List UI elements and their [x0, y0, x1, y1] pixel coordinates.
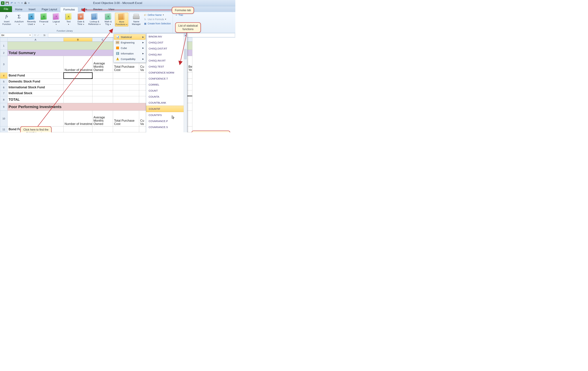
tab-insert[interactable]: Insert [25, 7, 39, 12]
cell-f5[interactable] [187, 79, 192, 85]
fn-chisq-inv[interactable]: CHISQ.INV [146, 52, 187, 58]
row-header-9[interactable]: 9 [0, 103, 8, 111]
cell-e7[interactable] [139, 90, 146, 96]
fn-chisq-inv-rt[interactable]: CHISQ.INV.RT [146, 58, 187, 64]
tab-file[interactable]: File [0, 6, 12, 12]
more-functions-button[interactable]: More Functions ▼ [115, 13, 128, 26]
cell-f7[interactable] [187, 90, 192, 96]
cell-b4-active[interactable] [63, 73, 92, 79]
cell-c3[interactable]: Average Months Owned [92, 56, 113, 73]
cell-b7[interactable] [63, 90, 92, 96]
date-time-button[interactable]: 🕒 Date & Time ▼ [75, 13, 87, 26]
cell-d4[interactable] [113, 73, 139, 79]
select-all-corner[interactable] [0, 37, 8, 42]
fn-correl[interactable]: CORREL [146, 82, 187, 88]
row-header-6[interactable]: 6 [0, 85, 8, 90]
fn-counta[interactable]: COUNTA [146, 94, 187, 100]
recently-used-button[interactable]: ★ Recently Used ▼ [26, 13, 37, 26]
col-header-F[interactable] [187, 37, 192, 42]
tab-data[interactable]: Data [78, 7, 90, 12]
cell-a6[interactable]: International Stock Fund [8, 85, 63, 90]
fn-chisq-test[interactable]: CHISQ.TEST [146, 64, 187, 70]
name-box[interactable]: B4 ▼ [0, 33, 32, 37]
fn-count[interactable]: COUNT [146, 88, 187, 94]
cell-f10[interactable] [187, 111, 192, 127]
fn-confidence-norm[interactable]: CONFIDENCE.NORM [146, 70, 187, 76]
fn-countblank[interactable]: COUNTBLANK [146, 100, 187, 106]
submenu-information[interactable]: ℹ️ Information ▶ [114, 51, 146, 56]
math-trig-button[interactable]: θ Math & Trig ▼ [103, 13, 114, 26]
cell-c5[interactable] [92, 79, 113, 85]
cell-e11[interactable] [139, 127, 146, 132]
tab-review[interactable]: Review [90, 7, 105, 12]
row-header-10[interactable]: 10 [0, 111, 8, 127]
cell-c10[interactable]: Average Months Owned [92, 111, 113, 127]
row-header-7[interactable]: 7 [0, 90, 8, 96]
cell-a4[interactable]: Bond Fund [8, 73, 63, 79]
text-button[interactable]: A Text▼ [63, 13, 74, 26]
define-name-button[interactable]: 🏷Define Name ▼ [143, 13, 171, 17]
cell-e6[interactable] [139, 85, 146, 90]
lookup-reference-button[interactable]: 🔍 Lookup & Reference ▼ [88, 13, 102, 26]
cell-f9[interactable] [187, 103, 192, 111]
submenu-cube[interactable]: 🟧 Cube ▶ [114, 45, 146, 51]
fn-covariance-p[interactable]: COVARIANCE.P [146, 118, 187, 124]
cell-e8[interactable] [139, 96, 146, 103]
fn-countif[interactable]: COUNTIF [146, 106, 187, 112]
row-header-11[interactable]: 11 [0, 127, 8, 132]
qat-dropdown-icon[interactable]: ▾ [28, 1, 30, 5]
section-poor-performing[interactable]: Poor Performing Investments [8, 103, 146, 111]
col-header-B[interactable]: B [63, 37, 92, 42]
autosum-button[interactable]: Σ AutoSum▼ [13, 13, 25, 26]
function-list-scrollbar[interactable]: ▲ ▼ [184, 33, 187, 132]
insert-function-button[interactable]: fx Insert Function [1, 13, 12, 26]
fn-chisq-dist-rt[interactable]: CHISQ.DIST.RT [146, 45, 187, 52]
fn-countifs[interactable]: COUNTIFS [146, 112, 187, 118]
submenu-statistical[interactable]: 📊 Statistical ▶ [114, 34, 146, 40]
fn-covariance-s[interactable]: COVARIANCE.S [146, 124, 187, 130]
fx-icon[interactable]: fx [41, 34, 48, 37]
row-header-3[interactable]: 3 [0, 56, 8, 73]
cell-f4[interactable] [187, 73, 192, 79]
fill-handle[interactable] [92, 78, 92, 79]
cell-c7[interactable] [92, 90, 113, 96]
cell-f8[interactable] [187, 96, 192, 103]
cell-f11[interactable] [187, 127, 192, 132]
row-header-5[interactable]: 5 [0, 79, 8, 85]
tab-page-layout[interactable]: Page Layout [39, 7, 60, 12]
tab-view[interactable]: View [105, 7, 117, 12]
financial-button[interactable]: $ Financial▼ [38, 13, 50, 26]
cell-b3[interactable]: Number of Investments [63, 56, 92, 73]
logical-button[interactable]: ? Logical▼ [51, 13, 62, 26]
cell-d10[interactable]: Total Purchase Cost [113, 111, 139, 127]
cell-b11[interactable] [63, 127, 92, 132]
cell-f6[interactable] [187, 85, 192, 90]
cell-d7[interactable] [113, 90, 139, 96]
cell-b8[interactable] [63, 96, 92, 103]
cell-e5[interactable] [139, 79, 146, 85]
quick-print-icon[interactable]: 🖶 [24, 1, 27, 5]
undo-icon[interactable]: ↶ [10, 1, 13, 5]
create-from-selection-button[interactable]: ▦Create from Selection [143, 22, 171, 25]
tab-formulas[interactable]: Formulas [60, 7, 78, 12]
cell-b10[interactable]: Number of Investments [63, 111, 92, 127]
row-header-8[interactable]: 8 [0, 96, 8, 103]
cell-c8[interactable] [92, 96, 113, 103]
row-header-4[interactable]: 4 [0, 73, 8, 79]
row-header-1[interactable]: 1 [0, 42, 8, 50]
cell-f3[interactable]: BeYe [187, 56, 192, 73]
save-icon[interactable]: 💾 [6, 1, 9, 5]
cell-c11[interactable] [92, 127, 113, 132]
cell-d8[interactable] [113, 96, 139, 103]
redo-icon[interactable]: ↷ [17, 1, 20, 5]
cell-b6[interactable] [63, 85, 92, 90]
cell-c4[interactable] [92, 73, 113, 79]
cell-a3[interactable] [8, 56, 63, 73]
tab-home[interactable]: Home [12, 7, 26, 12]
use-in-formula-button[interactable]: fxUse in Formula ▼ [143, 17, 171, 21]
cell-e10[interactable]: CuVa [139, 111, 146, 127]
cell-d6[interactable] [113, 85, 139, 90]
col-header-C[interactable]: C [92, 37, 113, 42]
cell-a5[interactable]: Domestic Stock Fund [8, 79, 63, 85]
function-list-scroll[interactable]: BINOM.INV CHISQ.DIST CHISQ.DIST.RT CHISQ… [146, 33, 187, 132]
